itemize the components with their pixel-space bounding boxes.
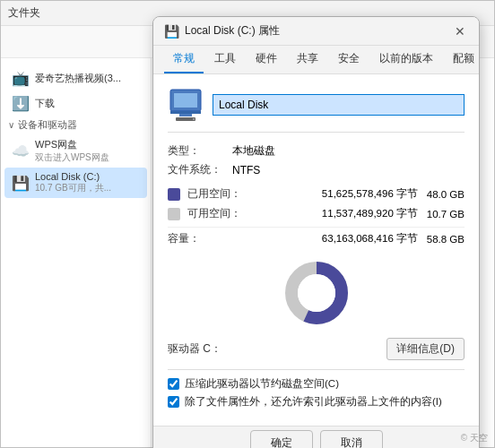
wps-icon: ☁️ [12, 142, 30, 160]
explorer-title: 文件夹 [8, 5, 40, 21]
drive-label: 驱动器 C： [168, 341, 221, 357]
checkboxes-section: 压缩此驱动器以节约磁盘空间(C) 除了文件属性外，还允许索引此驱动器上文件的内容… [168, 369, 465, 409]
dialog-footer: 确定 取消 [153, 426, 479, 448]
free-bytes: 11,537,489,920 字节 [241, 207, 418, 220]
filesystem-value: NTFS [232, 164, 260, 177]
chevron-icon: ∨ [8, 120, 14, 130]
iqiyi-icon: 📺 [12, 69, 30, 87]
tab-quota[interactable]: 配额 [444, 46, 480, 73]
used-space-row: 已用空间： 51,625,578,496 字节 48.0 GB [168, 186, 465, 202]
donut-container [168, 257, 465, 329]
properties-dialog: 💾 Local Disk (C:) 属性 ✕ 常规 工具 硬件 共享 安全 以前… [152, 16, 480, 448]
dialog-title: Local Disk (C:) 属性 [185, 23, 280, 39]
tab-security[interactable]: 安全 [329, 46, 369, 73]
capacity-gb: 58.8 GB [418, 234, 465, 245]
sidebar-item-iqiyi[interactable]: 📺 爱奇艺热播视频(3... [4, 65, 147, 90]
used-gb: 48.0 GB [418, 189, 465, 200]
disk-name-input[interactable] [213, 94, 465, 116]
sidebar-item-download[interactable]: ⬇️ 下载 [4, 90, 147, 116]
sidebar-item-wps[interactable]: ☁️ WPS网盘 双击进入WPS网盘 [4, 134, 147, 168]
tab-share[interactable]: 共享 [288, 46, 327, 73]
space-section: 已用空间： 51,625,578,496 字节 48.0 GB 可用空间： 11… [168, 186, 465, 221]
type-row: 类型： 本地磁盘 [168, 143, 465, 159]
tab-hardware[interactable]: 硬件 [247, 46, 286, 73]
dialog-title-icon: 💾 [164, 24, 179, 39]
wps-text-block: WPS网盘 双击进入WPS网盘 [35, 138, 109, 164]
capacity-row: 容量： 63,163,068,416 字节 58.8 GB [168, 227, 465, 246]
download-icon: ⬇️ [12, 94, 30, 112]
drive-info-row: 驱动器 C： 详细信息(D) [168, 338, 465, 360]
sidebar-item-local-disk[interactable]: 💾 Local Disk (C:) 10.7 GB可用，共... [4, 168, 147, 198]
local-disk-sidebar-icon: 💾 [12, 174, 30, 192]
type-label: 类型： [168, 143, 232, 159]
filesystem-row: 文件系统： NTFS [168, 162, 465, 177]
svg-rect-3 [179, 114, 192, 116]
tab-tools[interactable]: 工具 [205, 46, 245, 73]
compress-label: 压缩此驱动器以节约磁盘空间(C) [185, 377, 339, 391]
disk-icon [168, 87, 204, 123]
type-value: 本地磁盘 [232, 143, 275, 159]
tab-general[interactable]: 常规 [164, 46, 204, 73]
index-label: 除了文件属性外，还允许索引此驱动器上文件的内容(I) [185, 395, 442, 409]
devices-section-label: 设备和驱动器 [18, 118, 77, 132]
dialog-titlebar: 💾 Local Disk (C:) 属性 ✕ [153, 17, 479, 46]
filesystem-label: 文件系统： [168, 162, 232, 177]
explorer-sidebar: 📺 爱奇艺热播视频(3... ⬇️ 下载 ∨ 设备和驱动器 ☁️ WPS网盘 双… [1, 58, 152, 447]
disk-svg-icon [169, 88, 203, 122]
disk-header [168, 87, 465, 133]
used-bytes: 51,625,578,496 字节 [241, 187, 418, 201]
capacity-label: 容量： [168, 231, 202, 246]
capacity-bytes: 63,163,068,416 字节 [202, 232, 418, 246]
svg-point-8 [298, 274, 335, 312]
free-gb: 10.7 GB [418, 209, 465, 220]
details-button[interactable]: 详细信息(D) [386, 338, 465, 360]
tab-previous[interactable]: 以前的版本 [370, 46, 442, 73]
dialog-tabs: 常规 工具 硬件 共享 安全 以前的版本 配额 [153, 46, 479, 74]
free-indicator [168, 208, 180, 220]
local-disk-label: Local Disk (C:) [35, 171, 111, 182]
svg-point-5 [193, 118, 195, 120]
disk-usage-chart [281, 257, 352, 329]
info-table: 类型： 本地磁盘 文件系统： NTFS [168, 143, 465, 177]
compress-checkbox-row: 压缩此驱动器以节约磁盘空间(C) [168, 377, 465, 391]
svg-rect-1 [174, 93, 197, 108]
sidebar-item-download-label: 下载 [35, 97, 55, 110]
free-label: 可用空间： [187, 206, 241, 221]
devices-section-header[interactable]: ∨ 设备和驱动器 [4, 116, 147, 134]
index-checkbox-row: 除了文件属性外，还允许索引此驱动器上文件的内容(I) [168, 395, 465, 409]
used-indicator [168, 188, 180, 201]
dialog-body: 类型： 本地磁盘 文件系统： NTFS 已用空间： 51,625,578,496… [153, 74, 479, 426]
index-checkbox[interactable] [168, 396, 179, 408]
compress-checkbox[interactable] [168, 378, 179, 390]
used-label: 已用空间： [187, 186, 241, 202]
ok-button[interactable]: 确定 [250, 430, 313, 448]
cancel-button[interactable]: 取消 [320, 430, 383, 448]
dialog-close-button[interactable]: ✕ [448, 20, 472, 43]
local-disk-text-block: Local Disk (C:) 10.7 GB可用，共... [35, 171, 111, 194]
sidebar-item-iqiyi-label: 爱奇艺热播视频(3... [35, 72, 121, 85]
watermark: © 天空 [461, 432, 488, 444]
wps-sublabel: 双击进入WPS网盘 [35, 151, 109, 164]
free-space-row: 可用空间： 11,537,489,920 字节 10.7 GB [168, 206, 465, 221]
wps-label: WPS网盘 [35, 138, 109, 151]
local-disk-sublabel: 10.7 GB可用，共... [35, 182, 111, 194]
